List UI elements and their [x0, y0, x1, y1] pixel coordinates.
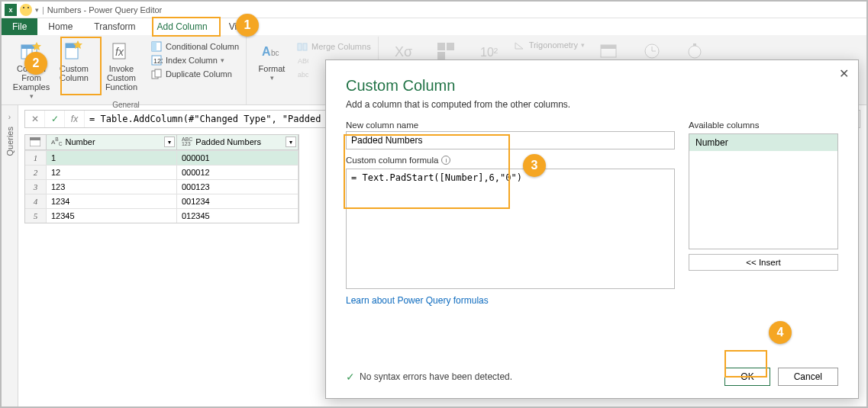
close-icon[interactable]: ✕ [839, 66, 849, 81]
svg-rect-27 [601, 45, 616, 57]
index-label: Index Column [166, 56, 218, 65]
cell-padded[interactable]: 001234 [177, 194, 298, 208]
time-button [631, 37, 673, 63]
table-icon[interactable] [25, 135, 47, 149]
trig-button: Trigonometry▾ [511, 38, 587, 52]
table-row[interactable]: 3123000123 [25, 179, 298, 194]
cell-padded[interactable]: 000123 [177, 179, 298, 194]
custom-column-button[interactable]: Custom Column [53, 37, 95, 82]
ok-button[interactable]: OK [724, 368, 770, 386]
tab-home[interactable]: Home [37, 18, 83, 35]
invoke-custom-function-button[interactable]: fx Invoke Custom Function [96, 37, 147, 92]
table-row[interactable]: 212000012 [25, 165, 298, 179]
format-button[interactable]: Abc Format ▾ [251, 37, 292, 82]
status-text: No syntax errors have been detected. [360, 371, 512, 382]
chevron-down-icon: ▾ [221, 56, 224, 64]
duplicate-icon [150, 68, 163, 80]
svg-text:ABC: ABC [298, 57, 308, 65]
learn-more-link[interactable]: Learn about Power Query formulas [346, 295, 675, 306]
insert-button[interactable]: << Insert [689, 254, 838, 271]
commit-formula-icon[interactable]: ✓ [45, 111, 65, 127]
cell-padded[interactable]: 012345 [177, 208, 298, 223]
date-button [589, 37, 630, 63]
filter-dropdown-icon[interactable]: ▾ [164, 137, 175, 147]
custom-column-icon [62, 40, 86, 63]
available-columns-list[interactable]: Number [689, 133, 838, 249]
standard-button [426, 37, 467, 63]
statistics-button: Xσ [383, 37, 424, 63]
row-number: 1 [25, 150, 47, 165]
available-columns-label: Available columns [689, 120, 838, 130]
cell-number[interactable]: 12 [47, 165, 177, 179]
svg-text:10²: 10² [480, 46, 499, 59]
table-row[interactable]: 512345012345 [25, 208, 298, 223]
syntax-status: ✓ No syntax errors have been detected. [346, 371, 512, 383]
svg-rect-19 [303, 43, 307, 50]
duration-button [674, 37, 715, 63]
cancel-formula-icon[interactable]: ✕ [25, 111, 45, 127]
custom-column-label: Custom Column [53, 64, 95, 82]
svg-point-29 [645, 44, 659, 58]
table-row[interactable]: 41234001234 [25, 194, 298, 208]
svg-text:A: A [262, 45, 271, 58]
svg-rect-25 [437, 52, 445, 59]
ribbon-tabstrip: File Home Transform Add Column View [2, 18, 866, 35]
tab-add-column[interactable]: Add Column [147, 18, 218, 35]
formula-input[interactable] [346, 169, 675, 289]
scientific-button: 10² [469, 37, 510, 63]
conditional-label: Conditional Column [166, 42, 239, 51]
window-title: Numbers - Power Query Editor [47, 5, 162, 14]
parse-icon: abc [296, 68, 308, 80]
fx-icon[interactable]: fx [65, 111, 85, 127]
callout-2: 2 [24, 52, 47, 75]
svg-rect-15 [155, 69, 161, 77]
list-item[interactable]: Number [689, 134, 837, 151]
text-type-icon: ABC [51, 137, 63, 147]
custom-column-dialog: ✕ Custom Column Add a column that is com… [325, 59, 859, 399]
duplicate-column-button[interactable]: Duplicate Column [148, 67, 241, 81]
cell-number[interactable]: 1234 [47, 194, 177, 208]
filter-dropdown-icon[interactable]: ▾ [286, 137, 296, 147]
invoke-custom-label: Invoke Custom Function [96, 64, 147, 92]
queries-pane-collapsed[interactable]: › Queries [2, 105, 18, 406]
cell-padded[interactable]: 000001 [177, 150, 298, 165]
angle-icon [514, 39, 526, 51]
new-column-name-input[interactable] [346, 131, 675, 149]
row-number: 2 [25, 165, 47, 179]
grid-header: ABC Number ▾ ABC123 Padded Numbers ▾ [25, 135, 298, 150]
table-row[interactable]: 11000001 [25, 150, 298, 165]
qat-dropdown-icon[interactable]: ▾ [35, 6, 39, 14]
svg-rect-28 [601, 45, 616, 49]
merge-icon [296, 40, 308, 53]
row-number: 4 [25, 194, 47, 208]
merge-label: Merge Columns [311, 42, 371, 51]
cell-number[interactable]: 123 [47, 179, 177, 194]
excel-icon: x [5, 4, 17, 16]
duplicate-label: Duplicate Column [166, 69, 232, 79]
tab-transform[interactable]: Transform [83, 18, 146, 35]
cell-padded[interactable]: 000012 [177, 165, 298, 179]
svg-rect-23 [437, 43, 445, 50]
index-icon: 123 [150, 54, 163, 66]
trig-label: Trigonometry [529, 40, 578, 50]
index-column-button[interactable]: 123 Index Column ▾ [148, 53, 241, 67]
callout-4: 4 [769, 321, 792, 344]
conditional-column-button[interactable]: Conditional Column [148, 40, 241, 53]
expand-chevron-icon[interactable]: › [5, 111, 15, 122]
col1-label: Number [66, 137, 95, 146]
column-header-padded[interactable]: ABC123 Padded Numbers ▾ [177, 135, 298, 149]
cell-number[interactable]: 12345 [47, 208, 177, 223]
tab-file[interactable]: File [2, 18, 37, 35]
data-grid: ABC Number ▾ ABC123 Padded Numbers ▾ 110… [24, 134, 299, 223]
smiley-icon[interactable] [20, 4, 32, 16]
format-icon: Abc [260, 40, 284, 63]
cancel-button[interactable]: Cancel [778, 368, 838, 386]
svg-rect-35 [30, 137, 40, 140]
cell-number[interactable]: 1 [47, 150, 177, 165]
svg-text:Xσ: Xσ [395, 44, 412, 59]
callout-1: 1 [236, 14, 259, 37]
column-header-number[interactable]: ABC Number ▾ [47, 135, 177, 149]
info-icon[interactable]: i [441, 156, 450, 165]
formula-label: Custom column formula i [346, 156, 675, 165]
queries-label: Queries [5, 127, 15, 156]
